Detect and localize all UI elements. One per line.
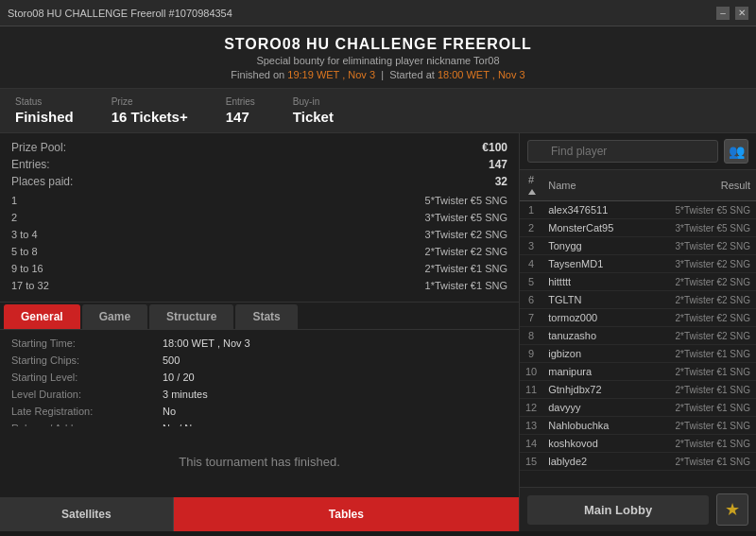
player-name: tanuzasho bbox=[542, 327, 643, 345]
table-row[interactable]: 14koshkovod2*Twister €1 SNG bbox=[520, 435, 756, 453]
entries-row-value: 147 bbox=[489, 158, 507, 171]
prize-places: 15*Twister €5 SNG23*Twister €5 SNG3 to 4… bbox=[11, 192, 507, 294]
prize-place-row: 23*Twister €5 SNG bbox=[11, 209, 507, 226]
player-result: 2*Twister €1 SNG bbox=[643, 363, 756, 381]
table-header-row: # Name Result bbox=[520, 170, 756, 201]
player-rank: 10 bbox=[520, 363, 542, 381]
place-rank: 9 to 16 bbox=[11, 260, 43, 277]
col-name: Name bbox=[542, 170, 643, 201]
general-content: Starting Time:18:00 WET , Nov 3Starting … bbox=[0, 330, 519, 426]
table-row[interactable]: 12davyyy2*Twister €1 SNG bbox=[520, 399, 756, 417]
gen-val: No bbox=[163, 406, 176, 417]
main-lobby-button[interactable]: Main Lobby bbox=[527, 495, 709, 525]
table-row[interactable]: 2MonsterCat953*Twister €5 SNG bbox=[520, 219, 756, 237]
general-row: Level Duration:3 minutes bbox=[11, 389, 507, 400]
prize-label: Prize bbox=[112, 96, 188, 107]
player-name: alex3476511 bbox=[542, 201, 643, 219]
player-result: 2*Twister €1 SNG bbox=[643, 453, 756, 471]
table-row[interactable]: 4TaysenMD13*Twister €2 SNG bbox=[520, 255, 756, 273]
player-result: 5*Twister €5 SNG bbox=[643, 201, 756, 219]
general-row: Starting Level:10 / 20 bbox=[11, 372, 507, 383]
table-row[interactable]: 10manipura2*Twister €1 SNG bbox=[520, 363, 756, 381]
player-name: igbizon bbox=[542, 345, 643, 363]
player-name: TGLTN bbox=[542, 291, 643, 309]
col-rank: # bbox=[520, 170, 542, 201]
place-prize: 3*Twister €5 SNG bbox=[425, 209, 507, 226]
player-name: TaysenMD1 bbox=[542, 255, 643, 273]
prize-value: 16 Tickets+ bbox=[112, 109, 188, 125]
prize-place-row: 5 to 82*Twister €2 SNG bbox=[11, 243, 507, 260]
table-row[interactable]: 1alex34765115*Twister €5 SNG bbox=[520, 201, 756, 219]
add-player-button[interactable]: 👥 bbox=[724, 139, 748, 164]
player-name: Gtnhjdbx72 bbox=[542, 381, 643, 399]
prize-pool-label: Prize Pool: bbox=[11, 141, 66, 154]
table-row[interactable]: 11Gtnhjdbx722*Twister €1 SNG bbox=[520, 381, 756, 399]
gen-label: Late Registration: bbox=[11, 406, 163, 417]
player-name: Nahlobuchka bbox=[542, 417, 643, 435]
satellites-button[interactable]: Satellites bbox=[0, 497, 174, 531]
prize-place-row: 15*Twister €5 SNG bbox=[11, 192, 507, 209]
player-table: # Name Result 1alex34765115*Twister €5 S… bbox=[520, 170, 756, 487]
prize-pool-row: Prize Pool: €100 bbox=[11, 141, 507, 154]
info-bar: Status Finished Prize 16 Tickets+ Entrie… bbox=[0, 89, 756, 133]
general-row: Late Registration:No bbox=[11, 406, 507, 417]
table-row[interactable]: 8tanuzasho2*Twister €2 SNG bbox=[520, 327, 756, 345]
general-row: Starting Time:18:00 WET , Nov 3 bbox=[11, 337, 507, 349]
minimize-button[interactable]: – bbox=[716, 7, 730, 20]
player-result: 2*Twister €2 SNG bbox=[643, 309, 756, 327]
prize-section: Prize Pool: €100 Entries: 147 Places pai… bbox=[0, 133, 519, 303]
table-row[interactable]: 7tormoz0002*Twister €2 SNG bbox=[520, 309, 756, 327]
player-result: 3*Twister €2 SNG bbox=[643, 237, 756, 255]
player-rank: 11 bbox=[520, 381, 542, 399]
tournament-time: Finished on 19:19 WET , Nov 3 | Started … bbox=[0, 69, 756, 80]
table-row[interactable]: 9igbizon2*Twister €1 SNG bbox=[520, 345, 756, 363]
table-row[interactable]: 13Nahlobuchka2*Twister €1 SNG bbox=[520, 417, 756, 435]
prize-place-row: 17 to 321*Twister €1 SNG bbox=[11, 277, 507, 294]
favorite-button[interactable]: ★ bbox=[716, 493, 748, 526]
place-rank: 5 to 8 bbox=[11, 243, 38, 260]
table-row[interactable]: 15lablyde22*Twister €1 SNG bbox=[520, 453, 756, 471]
bottom-buttons: Satellites Tables bbox=[0, 497, 519, 531]
gen-label: Level Duration: bbox=[11, 389, 163, 400]
player-rank: 14 bbox=[520, 435, 542, 453]
tables-button[interactable]: Tables bbox=[174, 497, 519, 531]
finished-message: This tournament has finished. bbox=[0, 426, 519, 497]
tab-stats[interactable]: Stats bbox=[235, 304, 297, 329]
gen-label: Starting Level: bbox=[11, 372, 163, 383]
player-name: Tonygg bbox=[542, 237, 643, 255]
tab-game[interactable]: Game bbox=[82, 304, 147, 329]
entries-row: Entries: 147 bbox=[11, 158, 507, 171]
gen-val: 500 bbox=[163, 354, 180, 366]
prize-place-row: 3 to 43*Twister €2 SNG bbox=[11, 226, 507, 243]
place-rank: 2 bbox=[11, 209, 17, 226]
gen-val: 3 minutes bbox=[163, 389, 208, 400]
player-result: 3*Twister €2 SNG bbox=[643, 255, 756, 273]
player-result: 3*Twister €5 SNG bbox=[643, 219, 756, 237]
table-row[interactable]: 6TGLTN2*Twister €2 SNG bbox=[520, 291, 756, 309]
tabs-row: GeneralGameStructureStats bbox=[0, 304, 519, 330]
player-result: 2*Twister €1 SNG bbox=[643, 399, 756, 417]
player-result: 2*Twister €2 SNG bbox=[643, 327, 756, 345]
entries-row-label: Entries: bbox=[11, 158, 50, 171]
search-input[interactable] bbox=[527, 140, 718, 163]
left-panel: Prize Pool: €100 Entries: 147 Places pai… bbox=[0, 133, 520, 531]
player-result: 2*Twister €1 SNG bbox=[643, 417, 756, 435]
places-paid-row: Places paid: 32 bbox=[11, 175, 507, 188]
window-controls: – ✕ bbox=[716, 7, 748, 20]
player-rank: 6 bbox=[520, 291, 542, 309]
close-button[interactable]: ✕ bbox=[735, 7, 748, 20]
places-paid-value: 32 bbox=[495, 175, 507, 188]
player-result: 2*Twister €1 SNG bbox=[643, 435, 756, 453]
tab-general[interactable]: General bbox=[4, 304, 80, 329]
gen-val: 10 / 20 bbox=[163, 372, 195, 383]
prize-place-row: 9 to 162*Twister €1 SNG bbox=[11, 260, 507, 277]
player-rank: 9 bbox=[520, 345, 542, 363]
tab-structure[interactable]: Structure bbox=[149, 304, 233, 329]
table-row[interactable]: 3Tonygg3*Twister €2 SNG bbox=[520, 237, 756, 255]
place-rank: 3 to 4 bbox=[11, 226, 38, 243]
table-row[interactable]: 5hittttt2*Twister €2 SNG bbox=[520, 273, 756, 291]
player-result: 2*Twister €1 SNG bbox=[643, 381, 756, 399]
player-name: koshkovod bbox=[542, 435, 643, 453]
started-time: 18:00 WET , Nov 3 bbox=[438, 69, 525, 80]
place-rank: 1 bbox=[11, 192, 17, 209]
